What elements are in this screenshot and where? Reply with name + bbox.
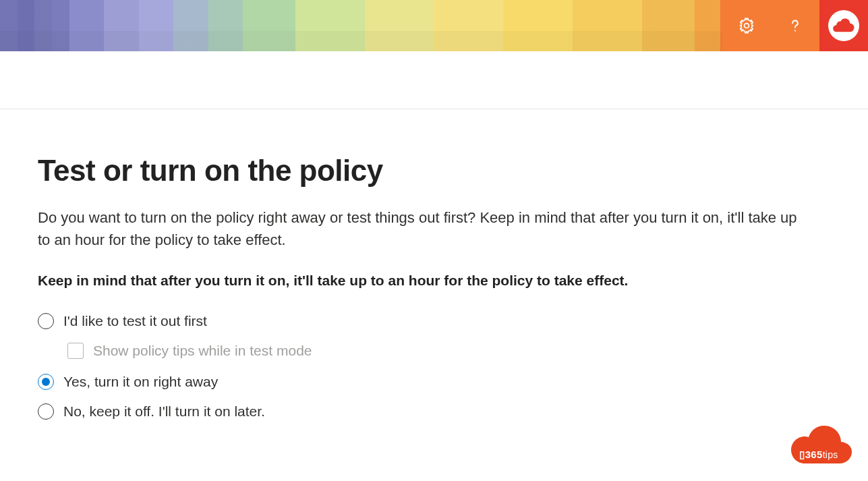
radio-icon bbox=[38, 374, 54, 390]
page-note: Keep in mind that after you turn it on, … bbox=[38, 273, 830, 289]
header-actions bbox=[722, 0, 868, 51]
gear-icon bbox=[738, 17, 755, 34]
policy-options: I'd like to test it out first Show polic… bbox=[38, 313, 830, 420]
settings-button[interactable] bbox=[722, 0, 771, 51]
main-content: Test or turn on the policy Do you want t… bbox=[0, 109, 868, 420]
page-title: Test or turn on the policy bbox=[38, 154, 830, 188]
option-label: No, keep it off. I'll turn it on later. bbox=[63, 403, 265, 420]
checkbox-icon bbox=[67, 343, 84, 359]
avatar bbox=[828, 10, 859, 41]
avatar-cloud-icon bbox=[832, 18, 856, 34]
option-label: Yes, turn it on right away bbox=[63, 374, 218, 390]
radio-icon bbox=[38, 403, 54, 420]
app-header bbox=[0, 0, 868, 51]
brand-sub: tips bbox=[823, 449, 838, 460]
account-button[interactable] bbox=[819, 0, 868, 51]
help-button[interactable] bbox=[771, 0, 819, 51]
sub-option-label: Show policy tips while in test mode bbox=[93, 343, 312, 359]
svg-point-1 bbox=[794, 30, 796, 32]
radio-icon bbox=[38, 313, 54, 329]
svg-point-0 bbox=[745, 24, 749, 28]
page-description: Do you want to turn on the policy right … bbox=[38, 206, 813, 251]
option-turn-on-now[interactable]: Yes, turn it on right away bbox=[38, 374, 830, 390]
brand-badge[interactable]: ▯365tips bbox=[782, 423, 856, 472]
cloud-icon bbox=[782, 423, 856, 472]
ribbon-area bbox=[0, 51, 868, 109]
option-keep-off[interactable]: No, keep it off. I'll turn it on later. bbox=[38, 403, 830, 420]
option-show-policy-tips: Show policy tips while in test mode bbox=[67, 343, 830, 359]
option-label: I'd like to test it out first bbox=[63, 313, 207, 329]
question-icon bbox=[786, 17, 804, 34]
brand-text: ▯365tips bbox=[782, 449, 856, 461]
brand-main: ▯365 bbox=[799, 449, 822, 460]
option-test-first[interactable]: I'd like to test it out first bbox=[38, 313, 830, 329]
